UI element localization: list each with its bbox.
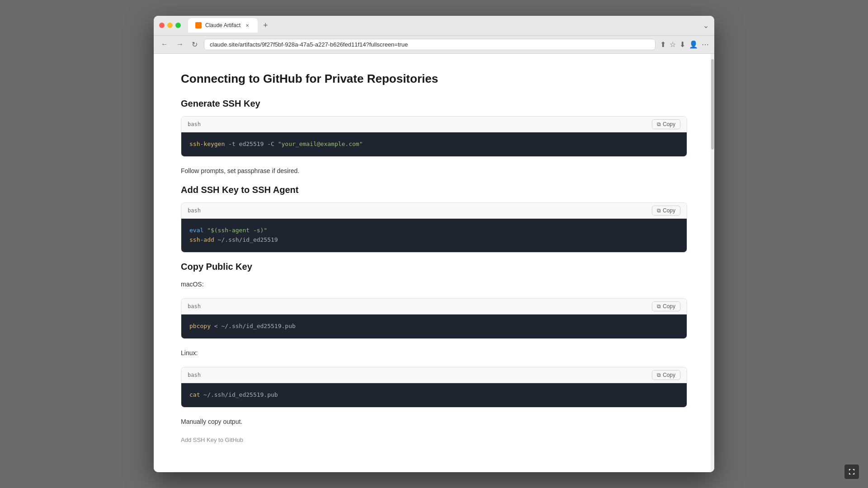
code-path-1: ~/.ssh/id_ed25519 xyxy=(214,236,278,243)
bookmark-icon[interactable]: ☆ xyxy=(670,40,676,49)
tab-bar: Claude Artifact ✕ + ⌄ xyxy=(188,18,709,33)
code-block-ssh-agent: bash ⧉ Copy eval "$(ssh-agent -s)" ssh-a… xyxy=(181,202,687,253)
code-block-macos: bash ⧉ Copy pbcopy < ~/.ssh/id_ed25519.p… xyxy=(181,298,687,339)
code-flag-1: -t ed25519 -C xyxy=(225,141,278,147)
profile-icon[interactable]: 👤 xyxy=(689,40,698,49)
url-bar[interactable] xyxy=(204,39,656,50)
minimize-window-button[interactable] xyxy=(167,23,173,28)
scrollbar[interactable] xyxy=(711,54,714,472)
section-heading-copy-key: Copy Public Key xyxy=(181,262,687,272)
code-lang-2: bash xyxy=(188,207,201,214)
close-window-button[interactable] xyxy=(159,23,165,28)
copy-button-3[interactable]: ⧉ Copy xyxy=(652,301,680,311)
copy-label-4: Copy xyxy=(663,372,675,378)
linux-label: Linux: xyxy=(181,348,687,358)
code-cmd-1: ssh-keygen xyxy=(189,141,225,147)
code-content-4: cat ~/.ssh/id_ed25519.pub xyxy=(181,383,687,407)
copy-icon-4: ⧉ xyxy=(657,372,661,378)
code-lang-3: bash xyxy=(188,303,201,310)
code-block-header-3: bash ⧉ Copy xyxy=(181,299,687,314)
code-content-3: pbcopy < ~/.ssh/id_ed25519.pub xyxy=(181,314,687,338)
copy-label-2: Copy xyxy=(663,207,675,214)
copy-label-1: Copy xyxy=(663,121,675,127)
scrollbar-thumb[interactable] xyxy=(711,59,714,150)
copy-icon-1: ⧉ xyxy=(657,121,661,127)
code-block-ssh-keygen: bash ⧉ Copy ssh-keygen -t ed25519 -C "yo… xyxy=(181,116,687,157)
code-content-2: eval "$(ssh-agent -s)" ssh-add ~/.ssh/id… xyxy=(181,219,687,252)
code-path-2: < ~/.ssh/id_ed25519.pub xyxy=(211,323,296,329)
macos-label: macOS: xyxy=(181,279,687,289)
code-block-linux: bash ⧉ Copy cat ~/.ssh/id_ed25519.pub xyxy=(181,367,687,408)
code-string-1: "your_email@example.com" xyxy=(278,141,363,147)
code-eval: eval xyxy=(189,227,203,234)
code-block-header-2: bash ⧉ Copy xyxy=(181,203,687,219)
browser-window: Claude Artifact ✕ + ⌄ ← → ↻ ⬆ ☆ ⬇ 👤 ⋯ Co… xyxy=(154,16,714,472)
refresh-button[interactable]: ↻ xyxy=(190,38,199,51)
code-pbcopy: pbcopy xyxy=(189,323,211,329)
code-content-1: ssh-keygen -t ed25519 -C "your_email@exa… xyxy=(181,132,687,156)
back-button[interactable]: ← xyxy=(159,38,170,50)
copy-button-1[interactable]: ⧉ Copy xyxy=(652,119,680,129)
section-heading-ssh-agent: Add SSH Key to SSH Agent xyxy=(181,185,687,195)
new-tab-button[interactable]: + xyxy=(259,21,272,30)
prose-linux: Manually copy output. xyxy=(181,417,687,427)
tab-favicon xyxy=(195,22,202,28)
fullscreen-button[interactable] xyxy=(844,465,859,479)
copy-label-3: Copy xyxy=(663,303,675,310)
address-bar: ← → ↻ ⬆ ☆ ⬇ 👤 ⋯ xyxy=(154,36,714,54)
copy-button-2[interactable]: ⧉ Copy xyxy=(652,206,680,216)
maximize-window-button[interactable] xyxy=(175,23,181,28)
code-lang-1: bash xyxy=(188,121,201,127)
section-heading-generate-ssh: Generate SSH Key xyxy=(181,99,687,109)
tab-title: Claude Artifact xyxy=(205,22,241,28)
next-section-hint: Add SSH Key to GitHub xyxy=(181,436,687,445)
forward-button[interactable]: → xyxy=(175,38,185,50)
code-path-3: ~/.ssh/id_ed25519.pub xyxy=(200,391,278,398)
code-block-header-1: bash ⧉ Copy xyxy=(181,117,687,132)
code-block-header-4: bash ⧉ Copy xyxy=(181,367,687,383)
copy-icon-3: ⧉ xyxy=(657,303,661,310)
code-cat: cat xyxy=(189,391,200,398)
menu-icon[interactable]: ⋯ xyxy=(702,40,709,49)
code-ssh-agent: "$(ssh-agent -s)" xyxy=(203,227,267,234)
download-icon[interactable]: ⬇ xyxy=(679,40,685,49)
toolbar-icons: ⬆ ☆ ⬇ 👤 ⋯ xyxy=(660,40,709,49)
page-content: Connecting to GitHub for Private Reposit… xyxy=(154,54,714,472)
tab-close-button[interactable]: ✕ xyxy=(244,22,250,28)
copy-icon-2: ⧉ xyxy=(657,207,661,214)
traffic-lights xyxy=(159,23,181,28)
tab-bar-end: ⌄ xyxy=(703,21,709,30)
page-title: Connecting to GitHub for Private Reposit… xyxy=(181,72,687,86)
share-icon[interactable]: ⬆ xyxy=(660,40,666,49)
copy-button-4[interactable]: ⧉ Copy xyxy=(652,370,680,380)
prose-1: Follow prompts, set passphrase if desire… xyxy=(181,166,687,176)
title-bar: Claude Artifact ✕ + ⌄ xyxy=(154,16,714,36)
code-ssh-add: ssh-add xyxy=(189,236,214,243)
active-tab[interactable]: Claude Artifact ✕ xyxy=(188,18,258,33)
code-lang-4: bash xyxy=(188,372,201,378)
